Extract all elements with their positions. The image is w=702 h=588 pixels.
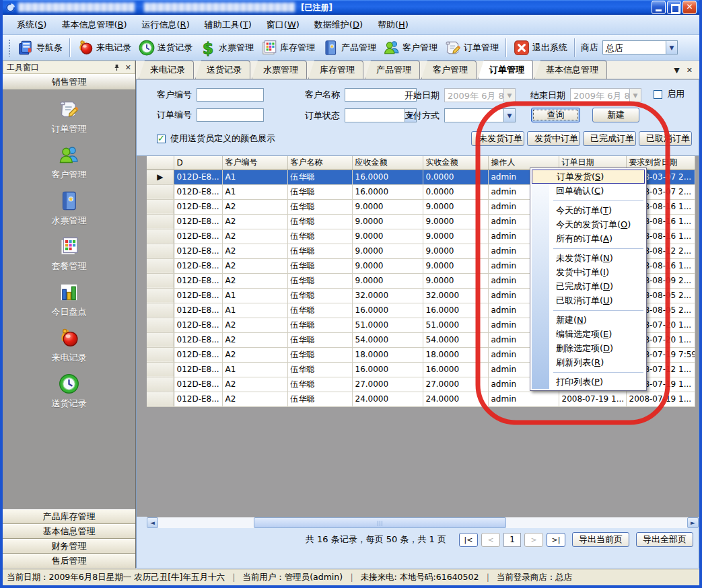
row-selector[interactable] bbox=[147, 184, 174, 199]
export-all-pages-button[interactable]: 导出全部页 bbox=[636, 532, 693, 547]
menu-item-1[interactable]: 基本信息管理(B) bbox=[54, 16, 134, 34]
context-menu-item-todays-orders[interactable]: 今天的订单(T) bbox=[530, 203, 646, 217]
tab-4[interactable]: 产品管理 bbox=[365, 61, 420, 79]
toolbar-button-products[interactable]: 产品管理 bbox=[318, 37, 380, 59]
query-button[interactable]: 查询 bbox=[531, 108, 580, 122]
column-header-3[interactable]: 客户名称 bbox=[287, 156, 352, 170]
row-selector[interactable] bbox=[147, 362, 174, 377]
row-selector[interactable] bbox=[147, 229, 174, 244]
shop-combobox[interactable]: 总店 ▼ bbox=[602, 40, 678, 54]
sidebar-item-delivery-records[interactable]: 送货记录 bbox=[3, 373, 135, 410]
context-menu-item-unshipped-orders[interactable]: 未发货订单(N) bbox=[530, 251, 646, 265]
column-header-1[interactable]: D bbox=[174, 156, 222, 170]
toolbar-button-water-tickets[interactable]: $水票管理 bbox=[196, 37, 257, 59]
export-current-page-button[interactable]: 导出当前页 bbox=[572, 532, 629, 547]
sidebar-group-0[interactable]: 产品库存管理 bbox=[3, 509, 135, 524]
start-date-picker[interactable]: 2009年 6月 8日 ▼ bbox=[444, 88, 516, 102]
toolbar-button-nav-bar[interactable]: 导航条 bbox=[13, 37, 66, 59]
toolbar-button-customers[interactable]: 客户管理 bbox=[380, 37, 441, 59]
row-selector[interactable] bbox=[147, 303, 174, 318]
row-selector[interactable] bbox=[147, 244, 174, 258]
status-filter-button-0[interactable]: 未发货订单 bbox=[471, 131, 524, 146]
sidebar-group-1[interactable]: 基本信息管理 bbox=[3, 524, 135, 539]
context-menu-item-refresh-list[interactable]: 刷新列表(R) bbox=[530, 355, 646, 369]
column-header-5[interactable]: 实收金额 bbox=[423, 156, 488, 170]
status-filter-button-3[interactable]: 已取消订单 bbox=[639, 131, 692, 146]
tab-list-dropdown-icon[interactable]: ▼ bbox=[674, 66, 679, 75]
tab-6[interactable]: 订单管理 bbox=[478, 60, 533, 79]
pin-icon[interactable] bbox=[114, 64, 120, 71]
toolbar-button-exit[interactable]: 退出系统 bbox=[510, 37, 571, 59]
maximize-button[interactable] bbox=[667, 1, 681, 14]
sidebar-item-call-records[interactable]: 来电记录 bbox=[3, 327, 135, 364]
column-header-0[interactable] bbox=[147, 156, 174, 170]
chevron-down-icon[interactable]: ▼ bbox=[666, 41, 677, 54]
tab-0[interactable]: 来电记录 bbox=[139, 61, 194, 79]
scroll-left-icon[interactable]: ◄ bbox=[147, 517, 158, 528]
menu-item-3[interactable]: 辅助工具(T) bbox=[197, 16, 259, 34]
scrollbar-thumb[interactable] bbox=[254, 517, 506, 528]
row-selector[interactable] bbox=[147, 332, 174, 347]
row-selector[interactable] bbox=[147, 392, 174, 406]
minimize-button[interactable] bbox=[652, 1, 666, 14]
context-menu-item-cancelled-orders[interactable]: 已取消订单(U) bbox=[530, 293, 646, 307]
context-menu-item-edit-selected[interactable]: 编辑选定项(E) bbox=[530, 327, 646, 341]
new-button[interactable]: 新建 bbox=[592, 108, 639, 122]
tab-5[interactable]: 客户管理 bbox=[421, 61, 477, 79]
tab-3[interactable]: 库存管理 bbox=[308, 61, 363, 79]
color-display-checkbox[interactable] bbox=[157, 135, 166, 143]
toolbar-button-inventory[interactable]: 库存管理 bbox=[257, 37, 318, 59]
menu-item-4[interactable]: 窗口(W) bbox=[259, 16, 307, 34]
order-no-input[interactable] bbox=[197, 108, 264, 122]
row-selector[interactable] bbox=[147, 377, 174, 392]
context-menu-item-new[interactable]: 新建(N) bbox=[530, 313, 646, 327]
context-menu-item-all-orders[interactable]: 所有的订单(A) bbox=[530, 231, 646, 246]
sidebar-item-water-tickets[interactable]: 水票管理 bbox=[3, 190, 135, 227]
sidebar-item-customers[interactable]: 客户管理 bbox=[3, 144, 135, 181]
row-selector[interactable] bbox=[147, 258, 174, 273]
prev-page-button[interactable]: < bbox=[481, 533, 500, 547]
page-number-input[interactable]: 1 bbox=[503, 533, 521, 547]
menu-item-0[interactable]: 系统(S) bbox=[9, 16, 54, 34]
end-date-picker[interactable]: 2009年 6月 8日 ▼ bbox=[570, 88, 641, 102]
table-row[interactable]: 012D-E8...A2伍华聪24.000024.0000admin2008-0… bbox=[147, 392, 695, 406]
context-menu-item-delete-selected[interactable]: 删除选定项(D) bbox=[530, 341, 646, 355]
status-filter-button-2[interactable]: 已完成订单 bbox=[583, 131, 636, 146]
sidebar-group-header[interactable]: 销售管理 bbox=[3, 74, 135, 90]
context-menu-item-todays-shipped-orders[interactable]: 今天的发货订单(O) bbox=[530, 217, 646, 231]
tab-1[interactable]: 送货记录 bbox=[195, 61, 250, 79]
context-menu-item-completed-orders[interactable]: 已完成订单(D) bbox=[530, 279, 646, 293]
tab-7[interactable]: 基本信息管理 bbox=[534, 61, 607, 79]
row-selector[interactable] bbox=[147, 318, 174, 332]
row-selector[interactable]: ▶ bbox=[147, 170, 174, 184]
sidebar-group-2[interactable]: 财务管理 bbox=[3, 539, 135, 554]
tab-2[interactable]: 水票管理 bbox=[252, 61, 307, 79]
toolbar-button-call-records[interactable]: 来电记录 bbox=[73, 37, 135, 59]
menu-item-6[interactable]: 帮助(H) bbox=[370, 16, 416, 34]
context-menu-item-shipping-orders[interactable]: 发货中订单(I) bbox=[530, 265, 646, 279]
sidebar-item-orders[interactable]: 订单管理 bbox=[3, 98, 135, 135]
context-menu-item-confirm-receipt[interactable]: 回单确认(C) bbox=[530, 184, 646, 198]
scroll-right-icon[interactable]: ► bbox=[687, 517, 699, 528]
row-selector[interactable] bbox=[147, 273, 174, 288]
sidebar-group-3[interactable]: 售后管理 bbox=[3, 554, 135, 568]
pay-method-combobox[interactable]: ▼ bbox=[444, 108, 516, 122]
context-menu-item-print-list[interactable]: 打印列表(P) bbox=[530, 375, 646, 389]
tool-window-close-icon[interactable]: ✕ bbox=[125, 63, 131, 72]
customer-no-input[interactable] bbox=[197, 88, 264, 102]
row-selector[interactable] bbox=[147, 199, 174, 214]
column-header-2[interactable]: 客户编号 bbox=[222, 156, 287, 170]
row-selector[interactable] bbox=[147, 288, 174, 303]
next-page-button[interactable]: > bbox=[524, 533, 543, 547]
sidebar-item-packages[interactable]: 套餐管理 bbox=[3, 235, 135, 272]
chevron-down-icon[interactable]: ▼ bbox=[503, 109, 515, 122]
context-menu-item-ship-order[interactable]: 订单发货(S) bbox=[532, 170, 645, 184]
tab-close-icon[interactable]: ✕ bbox=[687, 66, 693, 75]
enable-checkbox[interactable] bbox=[654, 90, 662, 99]
sidebar-item-today-stocktake[interactable]: 今日盘点 bbox=[3, 281, 135, 318]
toolbar-button-orders[interactable]: 订单管理 bbox=[441, 37, 502, 59]
row-selector[interactable] bbox=[147, 214, 174, 229]
toolbar-grip[interactable] bbox=[8, 39, 11, 57]
row-selector[interactable] bbox=[147, 347, 174, 362]
first-page-button[interactable]: |< bbox=[459, 533, 478, 547]
